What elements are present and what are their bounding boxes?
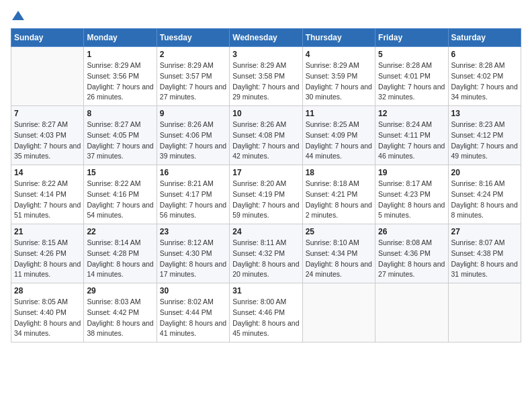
day-info: Sunrise: 8:10 AMSunset: 4:34 PMDaylight:… [306, 238, 372, 280]
calendar-cell: 28Sunrise: 8:05 AMSunset: 4:40 PMDayligh… [11, 283, 84, 342]
calendar-week-row: 1Sunrise: 8:29 AMSunset: 3:56 PMDaylight… [11, 47, 521, 106]
calendar-cell: 26Sunrise: 8:08 AMSunset: 4:36 PMDayligh… [375, 224, 448, 283]
calendar-week-row: 28Sunrise: 8:05 AMSunset: 4:40 PMDayligh… [11, 283, 521, 342]
day-number: 23 [160, 227, 226, 236]
day-number: 2 [160, 50, 226, 59]
calendar-cell: 18Sunrise: 8:18 AMSunset: 4:21 PMDayligh… [302, 165, 375, 224]
calendar-cell: 12Sunrise: 8:24 AMSunset: 4:11 PMDayligh… [375, 106, 448, 165]
day-info: Sunrise: 8:00 AMSunset: 4:46 PMDaylight:… [232, 297, 299, 339]
day-info: Sunrise: 8:26 AMSunset: 4:08 PMDaylight:… [232, 120, 299, 162]
calendar-week-row: 14Sunrise: 8:22 AMSunset: 4:14 PMDayligh… [11, 165, 521, 224]
day-number: 30 [160, 286, 226, 295]
calendar-cell: 22Sunrise: 8:14 AMSunset: 4:28 PMDayligh… [84, 224, 157, 283]
day-info: Sunrise: 8:14 AMSunset: 4:28 PMDaylight:… [87, 238, 153, 280]
calendar-cell: 29Sunrise: 8:03 AMSunset: 4:42 PMDayligh… [84, 283, 157, 342]
day-info: Sunrise: 8:22 AMSunset: 4:16 PMDaylight:… [87, 179, 153, 221]
calendar-cell [11, 47, 84, 106]
day-number: 1 [87, 50, 153, 59]
calendar-cell: 9Sunrise: 8:26 AMSunset: 4:06 PMDaylight… [157, 106, 229, 165]
calendar-cell: 11Sunrise: 8:25 AMSunset: 4:09 PMDayligh… [302, 106, 375, 165]
calendar-header-wednesday: Wednesday [230, 29, 302, 47]
day-info: Sunrise: 8:17 AMSunset: 4:23 PMDaylight:… [378, 179, 445, 221]
day-info: Sunrise: 8:24 AMSunset: 4:11 PMDaylight:… [378, 120, 445, 162]
calendar-cell: 31Sunrise: 8:00 AMSunset: 4:46 PMDayligh… [230, 283, 302, 342]
day-info: Sunrise: 8:29 AMSunset: 3:58 PMDaylight:… [232, 60, 299, 103]
day-number: 9 [160, 109, 226, 118]
day-info: Sunrise: 8:27 AMSunset: 4:05 PMDaylight:… [87, 120, 153, 162]
day-info: Sunrise: 8:25 AMSunset: 4:09 PMDaylight:… [306, 120, 372, 162]
day-info: Sunrise: 8:29 AMSunset: 3:57 PMDaylight:… [160, 60, 226, 103]
day-info: Sunrise: 8:20 AMSunset: 4:19 PMDaylight:… [232, 179, 299, 221]
day-info: Sunrise: 8:29 AMSunset: 3:59 PMDaylight:… [306, 60, 372, 103]
calendar-cell: 3Sunrise: 8:29 AMSunset: 3:58 PMDaylight… [230, 47, 302, 106]
day-number: 25 [306, 227, 372, 236]
day-number: 10 [232, 109, 299, 118]
calendar-header-monday: Monday [84, 29, 157, 47]
day-info: Sunrise: 8:12 AMSunset: 4:30 PMDaylight:… [160, 238, 226, 280]
logo [11, 11, 24, 21]
logo-triangle-icon [12, 9, 24, 21]
svg-marker-0 [12, 11, 24, 20]
day-number: 11 [306, 109, 372, 118]
day-info: Sunrise: 8:27 AMSunset: 4:03 PMDaylight:… [14, 120, 81, 162]
calendar-cell: 23Sunrise: 8:12 AMSunset: 4:30 PMDayligh… [157, 224, 229, 283]
calendar-cell [302, 283, 375, 342]
day-number: 13 [451, 109, 518, 118]
day-info: Sunrise: 8:28 AMSunset: 4:02 PMDaylight:… [451, 60, 518, 103]
calendar-cell: 20Sunrise: 8:16 AMSunset: 4:24 PMDayligh… [448, 165, 521, 224]
day-info: Sunrise: 8:16 AMSunset: 4:24 PMDaylight:… [451, 179, 518, 221]
day-info: Sunrise: 8:11 AMSunset: 4:32 PMDaylight:… [232, 238, 299, 280]
calendar-cell: 10Sunrise: 8:26 AMSunset: 4:08 PMDayligh… [230, 106, 302, 165]
day-info: Sunrise: 8:02 AMSunset: 4:44 PMDaylight:… [160, 297, 226, 339]
day-number: 22 [87, 227, 153, 236]
calendar-cell: 24Sunrise: 8:11 AMSunset: 4:32 PMDayligh… [230, 224, 302, 283]
calendar-cell: 8Sunrise: 8:27 AMSunset: 4:05 PMDaylight… [84, 106, 157, 165]
day-info: Sunrise: 8:03 AMSunset: 4:42 PMDaylight:… [87, 297, 153, 339]
calendar-cell: 6Sunrise: 8:28 AMSunset: 4:02 PMDaylight… [448, 47, 521, 106]
day-info: Sunrise: 8:22 AMSunset: 4:14 PMDaylight:… [14, 179, 81, 221]
calendar-header-thursday: Thursday [302, 29, 375, 47]
calendar-header-row: SundayMondayTuesdayWednesdayThursdayFrid… [11, 29, 521, 47]
calendar-header-friday: Friday [375, 29, 448, 47]
calendar-header-tuesday: Tuesday [157, 29, 229, 47]
day-number: 5 [378, 50, 445, 59]
calendar-cell: 19Sunrise: 8:17 AMSunset: 4:23 PMDayligh… [375, 165, 448, 224]
day-number: 7 [14, 109, 81, 118]
calendar-table: SundayMondayTuesdayWednesdayThursdayFrid… [11, 28, 521, 342]
day-number: 14 [14, 168, 81, 177]
calendar-cell [448, 283, 521, 342]
day-number: 12 [378, 109, 445, 118]
day-number: 17 [232, 168, 299, 177]
day-number: 29 [87, 286, 153, 295]
day-info: Sunrise: 8:26 AMSunset: 4:06 PMDaylight:… [160, 120, 226, 162]
day-number: 28 [14, 286, 81, 295]
day-info: Sunrise: 8:18 AMSunset: 4:21 PMDaylight:… [306, 179, 372, 221]
calendar-cell: 7Sunrise: 8:27 AMSunset: 4:03 PMDaylight… [11, 106, 84, 165]
day-number: 8 [87, 109, 153, 118]
day-info: Sunrise: 8:29 AMSunset: 3:56 PMDaylight:… [87, 60, 153, 103]
calendar-cell [375, 283, 448, 342]
day-number: 16 [160, 168, 226, 177]
calendar-header-saturday: Saturday [448, 29, 521, 47]
day-number: 19 [378, 168, 445, 177]
day-number: 20 [451, 168, 518, 177]
calendar-cell: 30Sunrise: 8:02 AMSunset: 4:44 PMDayligh… [157, 283, 229, 342]
day-info: Sunrise: 8:08 AMSunset: 4:36 PMDaylight:… [378, 238, 445, 280]
calendar-header-sunday: Sunday [11, 29, 84, 47]
day-number: 26 [378, 227, 445, 236]
calendar-cell: 15Sunrise: 8:22 AMSunset: 4:16 PMDayligh… [84, 165, 157, 224]
calendar-cell: 14Sunrise: 8:22 AMSunset: 4:14 PMDayligh… [11, 165, 84, 224]
calendar-cell: 16Sunrise: 8:21 AMSunset: 4:17 PMDayligh… [157, 165, 229, 224]
calendar-week-row: 7Sunrise: 8:27 AMSunset: 4:03 PMDaylight… [11, 106, 521, 165]
calendar-cell: 25Sunrise: 8:10 AMSunset: 4:34 PMDayligh… [302, 224, 375, 283]
day-number: 18 [306, 168, 372, 177]
day-info: Sunrise: 8:23 AMSunset: 4:12 PMDaylight:… [451, 120, 518, 162]
day-number: 15 [87, 168, 153, 177]
day-number: 4 [306, 50, 372, 59]
day-info: Sunrise: 8:28 AMSunset: 4:01 PMDaylight:… [378, 60, 445, 103]
calendar-cell: 27Sunrise: 8:07 AMSunset: 4:38 PMDayligh… [448, 224, 521, 283]
calendar-week-row: 21Sunrise: 8:15 AMSunset: 4:26 PMDayligh… [11, 224, 521, 283]
day-number: 3 [232, 50, 299, 59]
day-info: Sunrise: 8:07 AMSunset: 4:38 PMDaylight:… [451, 238, 518, 280]
day-number: 31 [232, 286, 299, 295]
